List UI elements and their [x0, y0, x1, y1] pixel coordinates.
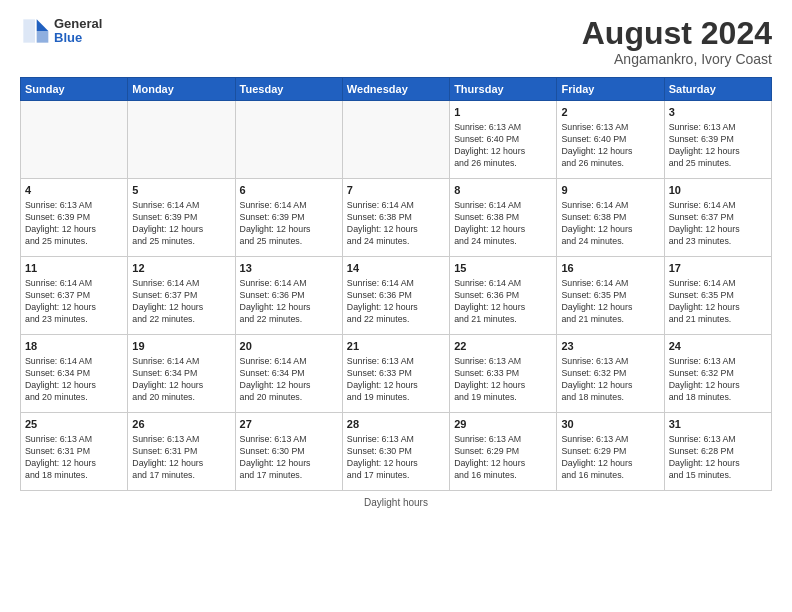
day-info: Sunrise: 6:14 AM Sunset: 6:35 PM Dayligh… [561, 278, 659, 326]
day-of-week-header: Wednesday [342, 78, 449, 101]
day-info: Sunrise: 6:13 AM Sunset: 6:32 PM Dayligh… [561, 356, 659, 404]
day-info: Sunrise: 6:13 AM Sunset: 6:28 PM Dayligh… [669, 434, 767, 482]
calendar-day-cell: 13Sunrise: 6:14 AM Sunset: 6:36 PM Dayli… [235, 257, 342, 335]
logo-text: General Blue [54, 17, 102, 46]
calendar-day-cell: 6Sunrise: 6:14 AM Sunset: 6:39 PM Daylig… [235, 179, 342, 257]
calendar-day-cell: 16Sunrise: 6:14 AM Sunset: 6:35 PM Dayli… [557, 257, 664, 335]
main-title: August 2024 [582, 16, 772, 51]
day-number: 5 [132, 183, 230, 198]
day-info: Sunrise: 6:14 AM Sunset: 6:37 PM Dayligh… [132, 278, 230, 326]
logo-icon [20, 16, 50, 46]
day-number: 9 [561, 183, 659, 198]
calendar-day-cell: 1Sunrise: 6:13 AM Sunset: 6:40 PM Daylig… [450, 101, 557, 179]
day-number: 22 [454, 339, 552, 354]
calendar-day-cell [21, 101, 128, 179]
day-info: Sunrise: 6:14 AM Sunset: 6:38 PM Dayligh… [454, 200, 552, 248]
calendar-day-cell: 26Sunrise: 6:13 AM Sunset: 6:31 PM Dayli… [128, 413, 235, 491]
day-number: 21 [347, 339, 445, 354]
day-number: 3 [669, 105, 767, 120]
day-number: 4 [25, 183, 123, 198]
subtitle: Angamankro, Ivory Coast [582, 51, 772, 67]
day-info: Sunrise: 6:13 AM Sunset: 6:39 PM Dayligh… [669, 122, 767, 170]
day-info: Sunrise: 6:13 AM Sunset: 6:33 PM Dayligh… [454, 356, 552, 404]
calendar-day-cell: 25Sunrise: 6:13 AM Sunset: 6:31 PM Dayli… [21, 413, 128, 491]
calendar-week-row: 25Sunrise: 6:13 AM Sunset: 6:31 PM Dayli… [21, 413, 772, 491]
day-info: Sunrise: 6:13 AM Sunset: 6:32 PM Dayligh… [669, 356, 767, 404]
title-block: August 2024 Angamankro, Ivory Coast [582, 16, 772, 67]
day-info: Sunrise: 6:14 AM Sunset: 6:36 PM Dayligh… [454, 278, 552, 326]
day-number: 7 [347, 183, 445, 198]
day-number: 20 [240, 339, 338, 354]
logo: General Blue [20, 16, 102, 46]
day-info: Sunrise: 6:13 AM Sunset: 6:39 PM Dayligh… [25, 200, 123, 248]
day-info: Sunrise: 6:14 AM Sunset: 6:34 PM Dayligh… [132, 356, 230, 404]
page: General Blue August 2024 Angamankro, Ivo… [0, 0, 792, 612]
day-number: 24 [669, 339, 767, 354]
svg-marker-1 [37, 31, 49, 43]
day-number: 2 [561, 105, 659, 120]
header-row: SundayMondayTuesdayWednesdayThursdayFrid… [21, 78, 772, 101]
calendar-body: 1Sunrise: 6:13 AM Sunset: 6:40 PM Daylig… [21, 101, 772, 491]
calendar-day-cell: 8Sunrise: 6:14 AM Sunset: 6:38 PM Daylig… [450, 179, 557, 257]
calendar-day-cell: 14Sunrise: 6:14 AM Sunset: 6:36 PM Dayli… [342, 257, 449, 335]
day-info: Sunrise: 6:13 AM Sunset: 6:33 PM Dayligh… [347, 356, 445, 404]
day-info: Sunrise: 6:14 AM Sunset: 6:38 PM Dayligh… [347, 200, 445, 248]
day-number: 29 [454, 417, 552, 432]
calendar-day-cell: 28Sunrise: 6:13 AM Sunset: 6:30 PM Dayli… [342, 413, 449, 491]
calendar-day-cell: 10Sunrise: 6:14 AM Sunset: 6:37 PM Dayli… [664, 179, 771, 257]
day-number: 28 [347, 417, 445, 432]
calendar-day-cell: 5Sunrise: 6:14 AM Sunset: 6:39 PM Daylig… [128, 179, 235, 257]
day-number: 18 [25, 339, 123, 354]
day-number: 27 [240, 417, 338, 432]
day-info: Sunrise: 6:13 AM Sunset: 6:40 PM Dayligh… [561, 122, 659, 170]
day-number: 19 [132, 339, 230, 354]
day-info: Sunrise: 6:13 AM Sunset: 6:31 PM Dayligh… [132, 434, 230, 482]
day-number: 10 [669, 183, 767, 198]
calendar-day-cell: 12Sunrise: 6:14 AM Sunset: 6:37 PM Dayli… [128, 257, 235, 335]
day-number: 16 [561, 261, 659, 276]
calendar-day-cell: 20Sunrise: 6:14 AM Sunset: 6:34 PM Dayli… [235, 335, 342, 413]
day-of-week-header: Monday [128, 78, 235, 101]
day-info: Sunrise: 6:13 AM Sunset: 6:30 PM Dayligh… [347, 434, 445, 482]
calendar-day-cell [128, 101, 235, 179]
calendar-week-row: 11Sunrise: 6:14 AM Sunset: 6:37 PM Dayli… [21, 257, 772, 335]
footer: Daylight hours [20, 497, 772, 508]
calendar-week-row: 4Sunrise: 6:13 AM Sunset: 6:39 PM Daylig… [21, 179, 772, 257]
calendar-day-cell: 27Sunrise: 6:13 AM Sunset: 6:30 PM Dayli… [235, 413, 342, 491]
day-info: Sunrise: 6:13 AM Sunset: 6:29 PM Dayligh… [561, 434, 659, 482]
day-number: 25 [25, 417, 123, 432]
calendar-day-cell [235, 101, 342, 179]
calendar-day-cell: 17Sunrise: 6:14 AM Sunset: 6:35 PM Dayli… [664, 257, 771, 335]
day-number: 12 [132, 261, 230, 276]
calendar-day-cell: 30Sunrise: 6:13 AM Sunset: 6:29 PM Dayli… [557, 413, 664, 491]
day-number: 26 [132, 417, 230, 432]
svg-rect-2 [23, 19, 35, 42]
day-info: Sunrise: 6:14 AM Sunset: 6:37 PM Dayligh… [25, 278, 123, 326]
day-info: Sunrise: 6:14 AM Sunset: 6:36 PM Dayligh… [240, 278, 338, 326]
calendar-day-cell: 2Sunrise: 6:13 AM Sunset: 6:40 PM Daylig… [557, 101, 664, 179]
calendar-day-cell: 19Sunrise: 6:14 AM Sunset: 6:34 PM Dayli… [128, 335, 235, 413]
calendar-day-cell: 3Sunrise: 6:13 AM Sunset: 6:39 PM Daylig… [664, 101, 771, 179]
day-info: Sunrise: 6:13 AM Sunset: 6:40 PM Dayligh… [454, 122, 552, 170]
day-info: Sunrise: 6:14 AM Sunset: 6:37 PM Dayligh… [669, 200, 767, 248]
day-info: Sunrise: 6:14 AM Sunset: 6:38 PM Dayligh… [561, 200, 659, 248]
day-info: Sunrise: 6:14 AM Sunset: 6:35 PM Dayligh… [669, 278, 767, 326]
day-of-week-header: Saturday [664, 78, 771, 101]
day-number: 23 [561, 339, 659, 354]
day-info: Sunrise: 6:14 AM Sunset: 6:36 PM Dayligh… [347, 278, 445, 326]
day-of-week-header: Thursday [450, 78, 557, 101]
calendar-day-cell: 4Sunrise: 6:13 AM Sunset: 6:39 PM Daylig… [21, 179, 128, 257]
svg-marker-0 [37, 19, 49, 31]
calendar-day-cell: 18Sunrise: 6:14 AM Sunset: 6:34 PM Dayli… [21, 335, 128, 413]
day-of-week-header: Sunday [21, 78, 128, 101]
calendar-day-cell: 11Sunrise: 6:14 AM Sunset: 6:37 PM Dayli… [21, 257, 128, 335]
calendar-day-cell: 24Sunrise: 6:13 AM Sunset: 6:32 PM Dayli… [664, 335, 771, 413]
calendar-day-cell: 15Sunrise: 6:14 AM Sunset: 6:36 PM Dayli… [450, 257, 557, 335]
logo-general: General [54, 17, 102, 31]
logo-blue: Blue [54, 31, 102, 45]
day-of-week-header: Tuesday [235, 78, 342, 101]
header: General Blue August 2024 Angamankro, Ivo… [20, 16, 772, 67]
calendar-day-cell: 23Sunrise: 6:13 AM Sunset: 6:32 PM Dayli… [557, 335, 664, 413]
calendar-day-cell: 31Sunrise: 6:13 AM Sunset: 6:28 PM Dayli… [664, 413, 771, 491]
day-number: 8 [454, 183, 552, 198]
